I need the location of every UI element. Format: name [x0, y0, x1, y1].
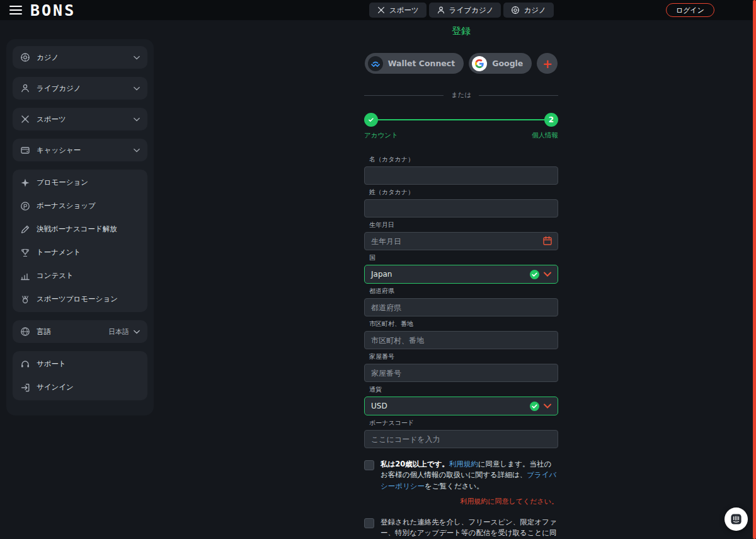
logo[interactable]: BONS	[30, 3, 76, 18]
house-number-input[interactable]	[364, 364, 558, 382]
city-field-group: 市区町村、番地	[364, 320, 558, 349]
chat-launcher[interactable]	[724, 507, 748, 531]
sign-in-icon	[20, 383, 30, 393]
prefecture-input[interactable]	[364, 298, 558, 316]
sidebar-item-promotions[interactable]: プロモーション	[13, 171, 147, 194]
last-name-label: 姓（カタカナ）	[364, 188, 558, 197]
currency-select[interactable]: USD	[364, 397, 558, 415]
sidebar-item-sports-promo[interactable]: スポーツプロモーション	[13, 287, 147, 311]
sidebar-item-contest[interactable]: コンテスト	[13, 264, 147, 287]
registration-form: 名（カタカナ） 姓（カタカナ） 生年月日 国 Japan	[364, 155, 558, 539]
sidebar-bottom-group: サポート サインイン	[13, 351, 147, 400]
live-dealer-icon	[20, 83, 30, 93]
wallet-connect-icon	[368, 56, 383, 71]
google-label: Google	[492, 59, 523, 68]
currency-label: 通貨	[364, 385, 558, 394]
chevron-down-icon	[134, 55, 140, 60]
birthdate-field-group: 生年月日	[364, 221, 558, 250]
bonus-code-input[interactable]	[364, 430, 558, 448]
google-button[interactable]: Google	[469, 53, 532, 74]
prefecture-field-group: 都道府県	[364, 287, 558, 316]
sidebar-item-cashier[interactable]: キャッシャー	[13, 139, 147, 161]
chevron-down-icon	[134, 117, 140, 122]
first-name-label: 名（カタカナ）	[364, 155, 558, 164]
terms-checkbox[interactable]	[364, 460, 374, 470]
page-title: 登録	[364, 25, 558, 37]
sidebar-item-bonus-code[interactable]: 決戦ボーナスコード解放	[13, 217, 147, 241]
bonus-code-icon	[20, 224, 30, 235]
sidebar-item-sports[interactable]: スポーツ	[13, 108, 147, 130]
promotion-icon	[20, 178, 30, 188]
sidebar-item-label: カジノ	[37, 53, 59, 62]
step-1-complete[interactable]	[364, 113, 378, 127]
first-name-input[interactable]	[364, 166, 558, 185]
registration-panel: 登録 Wallet Connect Google + または 2 アカウント 個…	[364, 20, 558, 539]
sidebar-language-selector[interactable]: 言語 日本語	[13, 320, 147, 343]
or-divider-label: または	[451, 91, 471, 100]
nav-live-casino-label: ライブカジノ	[449, 6, 494, 15]
terms-agreement: 私は20歳以上です。利用規約に同意します。当社のお客様の個人情報の取扱いに関する…	[364, 459, 558, 492]
globe-icon	[20, 327, 30, 337]
nav-sports[interactable]: スポーツ	[369, 3, 427, 18]
sidebar-item-label: サインイン	[37, 383, 74, 392]
sidebar-item-live-casino[interactable]: ライブカジノ	[13, 77, 147, 100]
marketing-checkbox[interactable]	[364, 518, 374, 528]
hamburger-menu-icon[interactable]	[9, 6, 22, 14]
top-nav: スポーツ ライブカジノ カジノ	[369, 3, 554, 18]
sidebar-item-label: 決戦ボーナスコード解放	[37, 224, 117, 234]
city-input[interactable]	[364, 331, 558, 349]
city-label: 市区町村、番地	[364, 320, 558, 328]
stepper-line	[377, 119, 546, 120]
language-label: 言語	[37, 327, 51, 337]
chat-icon	[730, 513, 742, 525]
calendar-icon[interactable]	[542, 236, 553, 246]
more-social-button[interactable]: +	[537, 53, 558, 74]
social-login-row: Wallet Connect Google +	[364, 53, 558, 74]
sidebar-item-tournament[interactable]: トーナメント	[13, 241, 147, 264]
country-label: 国	[364, 253, 558, 262]
nav-casino[interactable]: カジノ	[503, 3, 553, 18]
sidebar-item-label: ライブカジノ	[37, 84, 81, 93]
sidebar-item-bonus-shop[interactable]: ボーナスショップ	[13, 194, 147, 217]
sidebar-item-label: プロモーション	[37, 178, 88, 187]
last-name-field-group: 姓（カタカナ）	[364, 188, 558, 217]
bonus-code-field-group: ボーナスコード	[364, 419, 558, 448]
scrollbar-thumb[interactable]	[753, 0, 756, 539]
sidebar-item-label: キャッシャー	[37, 146, 81, 155]
valid-check-icon	[530, 402, 539, 411]
step-2-current[interactable]: 2	[544, 113, 558, 127]
house-number-field-group: 家屋番号	[364, 352, 558, 382]
sidebar-item-label: ボーナスショップ	[37, 201, 96, 211]
bonus-shop-icon	[20, 201, 30, 211]
google-icon	[472, 56, 487, 71]
country-value: Japan	[371, 270, 392, 279]
sidebar-item-support[interactable]: サポート	[13, 352, 147, 376]
wallet-connect-button[interactable]: Wallet Connect	[365, 53, 464, 74]
casino-icon	[511, 6, 520, 14]
sidebar-item-casino[interactable]: カジノ	[13, 46, 147, 69]
currency-field-group: 通貨 USD	[364, 385, 558, 415]
sidebar-item-sign-in[interactable]: サインイン	[13, 376, 147, 399]
last-name-input[interactable]	[364, 199, 558, 217]
sidebar-item-label: サポート	[37, 359, 66, 369]
login-button[interactable]: ログイン	[666, 3, 714, 17]
bonus-code-label: ボーナスコード	[364, 419, 558, 427]
sidebar-item-label: スポーツ	[37, 115, 66, 124]
sports-icon	[377, 6, 386, 14]
chevron-down-icon	[134, 86, 140, 91]
birthdate-input[interactable]	[364, 232, 558, 250]
casino-chip-icon	[20, 52, 30, 62]
contest-icon	[20, 271, 30, 281]
country-field-group: 国 Japan	[364, 253, 558, 284]
chevron-down-icon	[544, 272, 551, 277]
nav-live-casino[interactable]: ライブカジノ	[429, 3, 501, 18]
terms-link[interactable]: 利用規約	[449, 460, 478, 468]
sports-icon	[20, 114, 30, 124]
sidebar: カジノ ライブカジノ スポーツ キャッシャー プロモーション ボーナスショップ …	[6, 39, 154, 415]
stepper-labels: アカウント 個人情報	[364, 131, 558, 140]
step-2-label: 個人情報	[532, 131, 558, 140]
step-1-label: アカウント	[364, 131, 398, 140]
sidebar-item-label: トーナメント	[37, 248, 81, 257]
country-select[interactable]: Japan	[364, 265, 558, 284]
nav-casino-label: カジノ	[524, 6, 546, 15]
